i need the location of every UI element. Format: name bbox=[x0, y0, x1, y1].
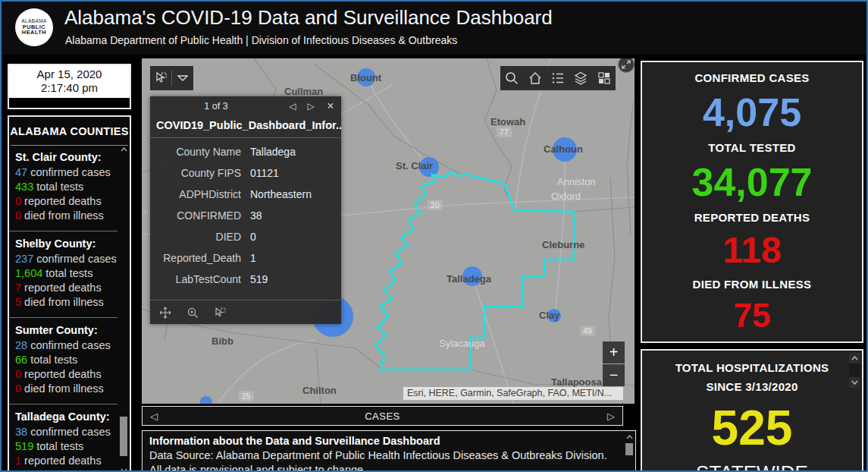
scrollbar-track[interactable] bbox=[849, 363, 860, 377]
search-button[interactable] bbox=[504, 71, 519, 86]
list-item-county[interactable]: St. Clair County: 47 confirmed cases 433… bbox=[9, 145, 118, 231]
map-county-label: St. Clair bbox=[396, 160, 433, 171]
select-tool-button[interactable] bbox=[150, 66, 171, 90]
deaths-label: reported deaths bbox=[24, 455, 102, 467]
field-label: CONFIRMED bbox=[150, 205, 241, 226]
home-button[interactable] bbox=[528, 71, 543, 86]
counties-scrollbar[interactable] bbox=[119, 145, 128, 472]
died-label: died from illness bbox=[24, 382, 104, 395]
deaths-number: 0 bbox=[15, 368, 21, 380]
county-died: 5 died from illness bbox=[15, 295, 118, 310]
deaths-label: reported deaths bbox=[24, 282, 102, 294]
info-scrollbar[interactable] bbox=[625, 433, 634, 472]
tests-label: total tests bbox=[36, 181, 83, 193]
county-confirmed: 28 confirmed cases bbox=[15, 338, 118, 353]
popup-field: DIED0 bbox=[150, 226, 341, 247]
deaths-label: reported deaths bbox=[24, 195, 102, 207]
field-label: DIED bbox=[150, 226, 241, 247]
map-panel[interactable]: Cullman Blount Etowah Calhoun St. Clair … bbox=[142, 58, 635, 404]
popup-actions bbox=[150, 300, 341, 324]
popup-title: COVID19_Public_Dashboard_Infor... bbox=[150, 116, 341, 137]
hospitalizations-value: 525 bbox=[642, 404, 862, 452]
select-features-icon[interactable] bbox=[214, 307, 227, 319]
layers-button[interactable] bbox=[573, 71, 588, 86]
info-body: Data Source: Alabama Department of Publi… bbox=[149, 448, 620, 472]
county-tests: 519 total tests bbox=[15, 439, 118, 454]
zoom-in-button[interactable]: + bbox=[603, 341, 625, 363]
tests-number: 433 bbox=[15, 181, 33, 193]
scrollbar-thumb[interactable] bbox=[625, 443, 633, 455]
hosp-card-scrollbar[interactable] bbox=[849, 353, 860, 388]
map-toolbar bbox=[500, 66, 616, 90]
popup-next-button[interactable]: ▷ bbox=[302, 101, 320, 112]
died-from-illness-value: 75 bbox=[734, 299, 771, 332]
pan-to-icon[interactable] bbox=[159, 307, 171, 319]
map-county-label: Talladega bbox=[447, 273, 491, 285]
carousel-next-button[interactable]: ▷ bbox=[600, 411, 622, 422]
info-panel[interactable]: Information about the Data and Surveilla… bbox=[142, 430, 636, 472]
select-tool-icon bbox=[154, 71, 168, 85]
list-item-county[interactable]: Talladega County: 38 confirmed cases 519… bbox=[9, 404, 118, 472]
popup-field: County FIPS01121 bbox=[150, 162, 341, 184]
county-died: 0 died from illness bbox=[15, 209, 118, 223]
feature-popup: 1 of 3 ◁ ▷ × COVID19_Public_Dashboard_In… bbox=[150, 96, 341, 324]
field-value: 519 bbox=[250, 269, 268, 290]
deaths-number: 0 bbox=[15, 195, 21, 207]
map-city-label: Oxford bbox=[551, 190, 581, 202]
counties-list[interactable]: St. Clair County: 47 confirmed cases 433… bbox=[9, 145, 119, 472]
county-deaths: 0 reported deaths bbox=[15, 367, 118, 382]
scroll-down-icon[interactable] bbox=[849, 377, 860, 388]
county-confirmed: 47 confirmed cases bbox=[15, 165, 118, 180]
map-county-label: Calhoun bbox=[544, 143, 583, 155]
basemap-button[interactable] bbox=[597, 71, 612, 86]
confirmed-label: confirmed cases bbox=[36, 253, 117, 265]
field-label: LabTestCount bbox=[150, 269, 241, 290]
scroll-down-icon[interactable] bbox=[119, 466, 128, 472]
carousel-prev-button[interactable]: ◁ bbox=[143, 411, 165, 422]
select-tool-dropdown[interactable] bbox=[172, 66, 193, 90]
scroll-up-icon[interactable] bbox=[849, 353, 860, 363]
highway-shield: 77 bbox=[497, 127, 512, 137]
died-number: 0 bbox=[15, 209, 21, 222]
popup-field: CONFIRMED38 bbox=[150, 205, 341, 226]
map-county-label: Chilton bbox=[302, 385, 337, 396]
popup-prev-button[interactable]: ◁ bbox=[284, 101, 302, 112]
map-select-toolbar bbox=[150, 66, 193, 90]
confirmed-label: confirmed cases bbox=[30, 339, 111, 351]
deaths-number: 1 bbox=[15, 455, 21, 467]
legend-button[interactable] bbox=[550, 71, 566, 86]
county-name: Shelby County: bbox=[15, 238, 118, 250]
deaths-label: reported deaths bbox=[24, 368, 102, 380]
list-item-county[interactable]: Sumter County: 28 confirmed cases 66 tot… bbox=[9, 318, 118, 404]
map-county-label: Clay bbox=[539, 310, 559, 321]
county-name: St. Clair County: bbox=[15, 151, 118, 163]
tests-number: 1,604 bbox=[15, 267, 42, 279]
zoom-to-icon[interactable] bbox=[186, 307, 199, 319]
page-title: Alabama's COVID-19 Data and Surveillance… bbox=[64, 6, 553, 30]
dashboard-page: ALABAMA PUBLIC HEALTH Alabama's COVID-19… bbox=[0, 0, 868, 472]
reported-deaths-label: REPORTED DEATHS bbox=[694, 211, 810, 224]
statewide-stats-card: CONFIRMED CASES 4,075 TOTAL TESTED 34,07… bbox=[641, 61, 863, 343]
field-value: 0 bbox=[250, 226, 256, 247]
popup-close-button[interactable]: × bbox=[320, 99, 341, 113]
popup-field: ADPHDistrictNortheastern bbox=[150, 184, 341, 205]
list-item-county[interactable]: Shelby County: 237 confirmed cases 1,604… bbox=[9, 231, 118, 318]
died-label: died from illness bbox=[24, 209, 104, 222]
hospitalizations-label: TOTAL HOSPITALIZATIONS bbox=[642, 361, 862, 374]
field-label: ADPHDistrict bbox=[150, 184, 241, 205]
map-county-label: Tallapoosa bbox=[551, 376, 602, 388]
county-confirmed: 237 confirmed cases bbox=[15, 252, 118, 266]
confirmed-label: confirmed cases bbox=[30, 426, 111, 438]
popup-pager: 1 of 3 bbox=[150, 101, 282, 112]
zoom-out-button[interactable]: − bbox=[603, 364, 625, 386]
scrollbar-thumb[interactable] bbox=[120, 417, 127, 456]
scroll-up-icon[interactable] bbox=[119, 145, 128, 154]
county-died: 0 died from illness bbox=[15, 468, 118, 472]
confirmed-number: 237 bbox=[15, 253, 33, 265]
died-number: 0 bbox=[15, 469, 21, 472]
alabama-public-health-logo: ALABAMA PUBLIC HEALTH bbox=[15, 8, 53, 46]
scroll-up-icon[interactable] bbox=[625, 433, 634, 442]
died-label: died from illness bbox=[24, 296, 104, 308]
county-tests: 1,604 total tests bbox=[15, 266, 118, 281]
highway-shield: 20 bbox=[428, 200, 443, 210]
